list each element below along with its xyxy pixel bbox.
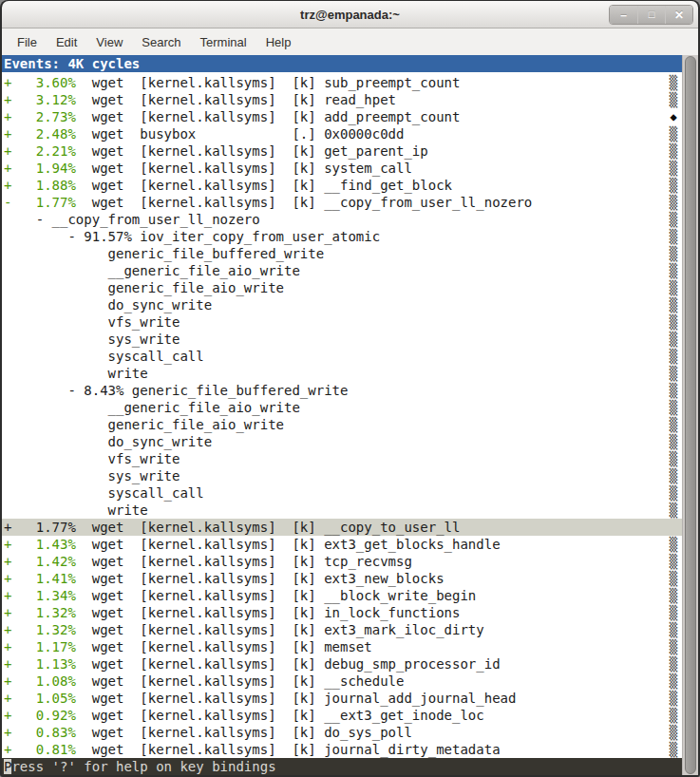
maximize-button[interactable]: □: [637, 6, 665, 24]
row-overhead: + 1.32%: [4, 622, 76, 637]
perf-row[interactable]: __generic_file_aio_write▒: [2, 399, 682, 416]
row-overhead: + 1.88%: [4, 178, 76, 193]
perf-row[interactable]: generic_file_buffered_write▒: [2, 245, 682, 262]
scrollbar-shade-icon: ▒: [668, 484, 679, 502]
close-button[interactable]: ✕: [665, 6, 692, 24]
perf-row[interactable]: + 1.17% wget [kernel.kallsyms] [k] memse…: [2, 638, 682, 655]
menu-item-file[interactable]: File: [8, 30, 47, 54]
menu-item-search[interactable]: Search: [132, 30, 190, 54]
perf-row[interactable]: do_sync_write▒: [2, 296, 682, 313]
row-text: wget [kernel.kallsyms] [k] debug_smp_pro…: [76, 656, 501, 672]
row-overhead: + 1.32%: [4, 605, 76, 620]
perf-row[interactable]: generic_file_aio_write▒: [2, 279, 682, 296]
menu-item-help[interactable]: Help: [256, 30, 301, 54]
row-overhead: + 1.13%: [4, 656, 76, 672]
perf-row[interactable]: + 0.83% wget [kernel.kallsyms] [k] do_sy…: [2, 724, 682, 741]
perf-row[interactable]: + 1.88% wget [kernel.kallsyms] [k] __fin…: [2, 177, 682, 194]
terminal-window: trz@empanada:~ – □ ✕ FileEditViewSearchT…: [0, 0, 700, 777]
perf-row[interactable]: + 1.05% wget [kernel.kallsyms] [k] journ…: [2, 690, 682, 707]
scrollbar-shade-icon: ▒: [668, 450, 679, 467]
perf-row[interactable]: syscall_call▒: [2, 348, 682, 365]
scrollbar-shade-icon: ▒: [668, 604, 679, 621]
perf-row[interactable]: - 8.43% generic_file_buffered_write▒: [2, 382, 682, 399]
titlebar[interactable]: trz@empanada:~ – □ ✕: [2, 1, 698, 28]
scrollbar-shade-icon: ▒: [668, 228, 679, 245]
row-overhead: + 1.08%: [4, 673, 76, 689]
perf-row[interactable]: vfs_write▒: [2, 313, 682, 331]
scrollbar-shade-icon: ▒: [668, 638, 679, 655]
scrollbar-shade-icon: ▒: [668, 262, 679, 279]
row-overhead: + 2.73%: [4, 109, 76, 124]
scrollbar-shade-icon: ▒: [668, 194, 679, 211]
perf-row[interactable]: sys_write▒: [2, 467, 682, 484]
perf-row[interactable]: - 1.77% wget [kernel.kallsyms] [k] __cop…: [2, 194, 682, 211]
minimize-icon: –: [620, 9, 627, 21]
row-text: wget [kernel.kallsyms] [k] memset: [76, 639, 372, 654]
scrollbar-shade-icon: ▒: [668, 690, 679, 707]
perf-row[interactable]: write▒: [2, 502, 682, 519]
row-text: - __copy_from_user_ll_nozero: [4, 212, 260, 227]
minimize-button[interactable]: –: [610, 6, 637, 24]
row-text: sys_write: [4, 468, 180, 483]
perf-row[interactable]: + 0.81% wget [kernel.kallsyms] [k] journ…: [2, 741, 682, 758]
perf-row[interactable]: - __copy_from_user_ll_nozero▒: [2, 211, 682, 228]
menu-item-edit[interactable]: Edit: [47, 30, 86, 54]
scrollbar-thumb[interactable]: [685, 56, 696, 774]
row-overhead: + 2.21%: [4, 143, 76, 159]
perf-row[interactable]: syscall_call▒: [2, 484, 682, 502]
row-text: do_sync_write: [4, 297, 212, 313]
maximize-icon: □: [649, 9, 655, 20]
row-text: wget [kernel.kallsyms] [k] add_preempt_c…: [76, 109, 461, 124]
row-text: wget [kernel.kallsyms] [k] __find_get_bl…: [76, 178, 452, 193]
perf-row[interactable]: + 1.13% wget [kernel.kallsyms] [k] debug…: [2, 655, 682, 673]
row-text: wget [kernel.kallsyms] [k] get_parent_ip: [76, 143, 428, 159]
row-overhead: + 2.48%: [4, 126, 76, 142]
perf-row[interactable]: __generic_file_aio_write▒: [2, 262, 682, 279]
row-text: wget [kernel.kallsyms] [k] in_lock_funct…: [76, 605, 461, 620]
row-text: wget [kernel.kallsyms] [k] ext3_new_bloc…: [76, 571, 445, 586]
perf-row[interactable]: + 0.92% wget [kernel.kallsyms] [k] __ext…: [2, 707, 682, 724]
perf-row[interactable]: + 1.94% wget [kernel.kallsyms] [k] syste…: [2, 160, 682, 177]
perf-row[interactable]: + 1.42% wget [kernel.kallsyms] [k] tcp_r…: [2, 553, 682, 570]
scrollbar-shade-icon: ▒: [668, 313, 679, 331]
perf-row[interactable]: + 2.48% wget busybox [.] 0x0000c0dd▒: [2, 125, 682, 142]
scrollbar-shade-icon: ▒: [668, 245, 679, 262]
perf-row[interactable]: + 2.73% wget [kernel.kallsyms] [k] add_p…: [2, 108, 682, 125]
perf-row[interactable]: generic_file_aio_write▒: [2, 416, 682, 433]
perf-row[interactable]: + 1.34% wget [kernel.kallsyms] [k] __blo…: [2, 587, 682, 604]
perf-row[interactable]: + 2.21% wget [kernel.kallsyms] [k] get_p…: [2, 142, 682, 160]
row-overhead: + 1.43%: [4, 537, 76, 552]
perf-row[interactable]: + 1.32% wget [kernel.kallsyms] [k] in_lo…: [2, 604, 682, 621]
perf-row[interactable]: write▒: [2, 365, 682, 382]
scrollbar-shade-icon: ▒: [668, 467, 679, 484]
scrollbar-shade-icon: ▒: [668, 433, 679, 450]
perf-row[interactable]: do_sync_write▒: [2, 433, 682, 450]
scrollbar-shade-icon: ▒: [668, 724, 679, 741]
scrollbar-shade-icon: ▒: [668, 536, 679, 553]
perf-row[interactable]: + 1.43% wget [kernel.kallsyms] [k] ext3_…: [2, 536, 682, 553]
row-text: wget [kernel.kallsyms] [k] __ext3_get_in…: [76, 708, 484, 723]
row-text: wget [kernel.kallsyms] [k] journal_add_j…: [76, 691, 517, 706]
perf-row[interactable]: - 91.57% iov_iter_copy_from_user_atomic▒: [2, 228, 682, 245]
perf-row[interactable]: + 1.77% wget [kernel.kallsyms] [k] __cop…: [2, 519, 682, 536]
scrollbar-shade-icon: ▒: [668, 279, 679, 296]
row-overhead: + 1.42%: [4, 554, 76, 569]
menu-item-terminal[interactable]: Terminal: [191, 30, 256, 54]
perf-row[interactable]: vfs_write▒: [2, 450, 682, 467]
menu-item-view[interactable]: View: [86, 30, 132, 54]
row-text: generic_file_buffered_write: [4, 246, 324, 261]
row-text: sys_write: [4, 332, 180, 347]
scrollbar-shade-icon: ▒: [668, 502, 679, 519]
terminal-screen[interactable]: Events: 4K cycles + 3.60% wget [kernel.k…: [2, 55, 698, 775]
perf-row[interactable]: + 1.41% wget [kernel.kallsyms] [k] ext3_…: [2, 570, 682, 587]
row-text: syscall_call: [4, 485, 204, 501]
perf-row[interactable]: + 3.60% wget [kernel.kallsyms] [k] sub_p…: [2, 74, 682, 91]
row-overhead: + 0.83%: [4, 725, 76, 740]
perf-row[interactable]: + 1.08% wget [kernel.kallsyms] [k] __sch…: [2, 673, 682, 690]
menubar: FileEditViewSearchTerminalHelp: [2, 28, 698, 55]
scrollbar-shade-icon: ▒: [668, 177, 679, 194]
perf-row[interactable]: + 1.32% wget [kernel.kallsyms] [k] ext3_…: [2, 621, 682, 638]
perf-row[interactable]: + 3.12% wget [kernel.kallsyms] [k] read_…: [2, 91, 682, 108]
perf-row[interactable]: sys_write▒: [2, 331, 682, 348]
scrollbar-track[interactable]: [682, 55, 698, 775]
